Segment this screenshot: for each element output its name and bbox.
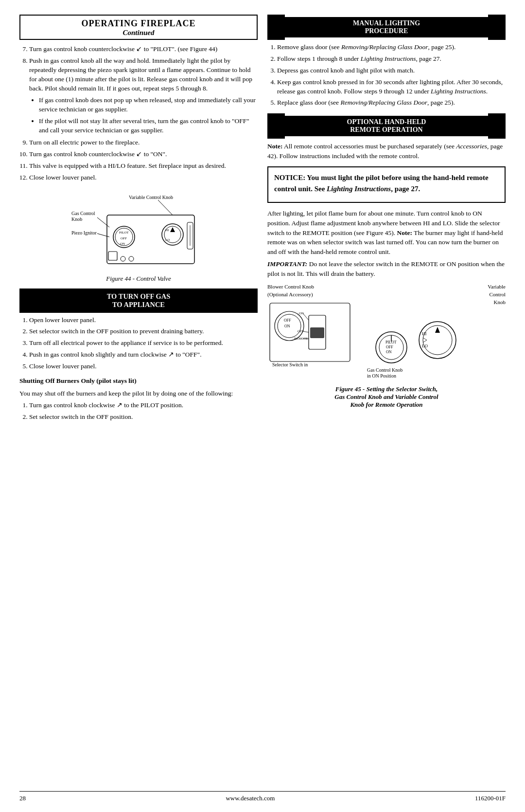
svg-text:LO: LO (165, 238, 170, 242)
svg-text:Selector Switch in: Selector Switch in (272, 362, 308, 367)
section-main-title: OPERATING FIREPLACE (22, 18, 255, 29)
turn-off-gas-section: TO TURN OFF GASTO APPLIANCE Open lower l… (19, 289, 258, 371)
website: www.desatech.com (226, 794, 275, 802)
optional-remote-header-text: OPTIONAL HAND-HELDREMOTE OPERATION (285, 116, 488, 136)
page-number: 28 (19, 794, 26, 802)
svg-text:OFF: OFF (284, 318, 291, 323)
svg-line-33 (303, 313, 309, 320)
svg-text:ON: ON (284, 324, 290, 328)
svg-point-20 (129, 256, 134, 261)
turn-off-header: TO TURN OFF GASTO APPLIANCE (19, 289, 258, 313)
shutting-off-section: Shutting Off Burners Only (pilot stays l… (19, 376, 258, 422)
step-11: This valve is equipped with a HI/LO feat… (29, 162, 258, 171)
svg-text:Gas Control Knob: Gas Control Knob (367, 367, 402, 373)
step-8: Push in gas control knob all the way and… (29, 56, 258, 93)
bullet-list: If gas control knob does not pop up when… (29, 96, 258, 135)
manual-step-1: Remove glass door (see Removing/Replacin… (277, 43, 506, 52)
svg-line-43 (423, 338, 427, 340)
manual-left-square (267, 15, 285, 40)
notice-box: NOTICE: You must light the pilot before … (267, 166, 506, 203)
after-lighting-para: After lighting, let pilot flame burn for… (267, 209, 506, 256)
svg-marker-40 (435, 327, 440, 333)
svg-text:HI: HI (422, 331, 427, 336)
svg-rect-32 (310, 327, 324, 338)
blower-label: Blower Control Knob(Optional Accessory) (267, 283, 355, 299)
manual-lighting-header-text: MANUAL LIGHTINGPROCEDURE (285, 17, 488, 37)
step-10: Turn gas control knob counterclockwise ↙… (29, 150, 258, 159)
svg-text:OFF: OFF (121, 236, 127, 240)
control-knob-diagram: VariableControlKnob HI LO (365, 283, 506, 383)
page-footer: 28 www.desatech.com 116200-01F (19, 791, 506, 802)
svg-rect-18 (108, 252, 117, 260)
steps-list: Turn gas control knob counterclockwise ↙… (19, 45, 258, 93)
shutting-step-2: Set selector switch in the OFF position. (29, 413, 258, 422)
turn-off-step-2: Set selector switch in the OFF position … (29, 327, 258, 336)
svg-text:ON: ON (299, 311, 304, 315)
turn-off-steps-list: Open lower louver panel. Set selector sw… (19, 316, 258, 371)
steps-list-9: Turn on all electric power to the firepl… (19, 138, 258, 182)
selector-switch-svg: OFF ON ON OFF REMOTE (267, 301, 355, 369)
gas-control-knob-svg: HI LO Gas Control Knob in ON Position (365, 308, 462, 381)
variable-control-label: VariableControlKnob (365, 283, 506, 307)
control-valve-svg: Gas Control Knob Variable Control Knob P… (70, 188, 207, 271)
manual-step-4: Keep gas control knob pressed in for 30 … (277, 78, 506, 96)
svg-rect-7 (107, 215, 194, 264)
svg-text:Gas Control: Gas Control (71, 211, 95, 216)
selector-diagram: Blower Control Knob(Optional Accessory) … (267, 283, 355, 371)
step-7: Turn gas control knob counterclockwise ↙… (29, 45, 258, 54)
svg-line-4 (97, 217, 109, 227)
svg-text:Piezo Ignitor: Piezo Ignitor (71, 230, 97, 235)
manual-lighting-header-row: MANUAL LIGHTINGPROCEDURE (267, 15, 506, 40)
svg-line-5 (158, 200, 173, 215)
svg-rect-23 (270, 303, 350, 361)
remote-left-square (267, 113, 285, 139)
left-column: OPERATING FIREPLACE Continued Turn gas c… (19, 15, 258, 786)
step-9: Turn on all electric power to the firepl… (29, 138, 258, 147)
svg-text:ON: ON (120, 242, 125, 246)
manual-steps-list: Remove glass door (see Removing/Replacin… (267, 43, 506, 108)
svg-text:ON: ON (386, 350, 392, 354)
svg-text:OFF: OFF (386, 345, 393, 349)
left-black-square (19, 289, 38, 313)
remote-right-square (488, 113, 506, 139)
svg-point-13 (162, 224, 183, 245)
turn-off-header-text: TO TURN OFF GASTO APPLIANCE (38, 289, 239, 313)
figure-45: Blower Control Knob(Optional Accessory) … (267, 283, 506, 409)
turn-off-step-4: Push in gas control knob slightly and tu… (29, 350, 258, 360)
svg-point-19 (121, 256, 125, 261)
manual-right-square (488, 15, 506, 40)
figure-45-caption: Figure 45 - Setting the Selector Switch,… (267, 385, 506, 409)
notice-text: NOTICE: You must light the pilot before … (274, 172, 499, 194)
right-black-square (239, 289, 258, 313)
svg-text:LO: LO (422, 343, 428, 348)
svg-text:Variable Control Knob: Variable Control Knob (129, 195, 173, 200)
right-column: MANUAL LIGHTINGPROCEDURE Remove glass do… (267, 15, 506, 786)
svg-text:Remote Position: Remote Position (272, 368, 304, 369)
shutting-off-title: Shutting Off Burners Only (pilot stays l… (19, 376, 258, 386)
turn-off-step-5: Close lower louver panel. (29, 362, 258, 371)
model-number: 116200-01F (475, 794, 506, 802)
optional-remote-header-row: OPTIONAL HAND-HELDREMOTE OPERATION (267, 113, 506, 139)
figure-44: Gas Control Knob Variable Control Knob P… (19, 188, 258, 283)
manual-step-5: Replace glass door (see Removing/Replaci… (277, 98, 506, 108)
figure-45-diagrams: Blower Control Knob(Optional Accessory) … (267, 283, 506, 383)
page: OPERATING FIREPLACE Continued Turn gas c… (0, 0, 525, 812)
main-content: OPERATING FIREPLACE Continued Turn gas c… (19, 15, 506, 786)
svg-text:Knob: Knob (71, 217, 82, 222)
important-para: IMPORTANT: Do not leave the selector swi… (267, 259, 506, 278)
shutting-step-1: Turn gas control knob clockwise ↗ to the… (29, 401, 258, 410)
step-12: Close lower louver panel. (29, 173, 258, 182)
figure-44-caption: Figure 44 - Control Valve (19, 275, 258, 283)
svg-text:in ON Position: in ON Position (367, 373, 396, 379)
remote-note: Note: All remote control accessories mus… (267, 142, 506, 161)
svg-text:HI: HI (165, 228, 169, 232)
bullet-2: If the pilot will not stay lit after sev… (39, 117, 258, 135)
bullet-1: If gas control knob does not pop up when… (39, 96, 258, 114)
svg-marker-15 (170, 227, 175, 232)
section-subtitle: Continued (22, 29, 255, 37)
section-title-box: OPERATING FIREPLACE Continued (19, 15, 258, 40)
turn-off-step-1: Open lower louver panel. (29, 316, 258, 325)
shutting-off-desc: You may shut off the burners and keep th… (19, 389, 258, 398)
svg-line-6 (97, 234, 109, 237)
svg-line-44 (423, 340, 427, 343)
